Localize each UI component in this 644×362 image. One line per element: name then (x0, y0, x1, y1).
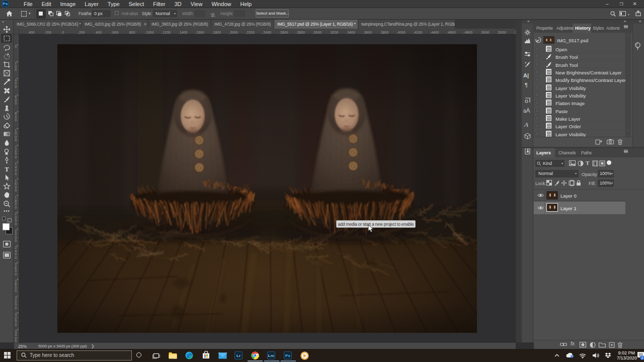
svg-text:3800: 3800 (381, 31, 389, 34)
svg-text:1600: 1600 (196, 31, 204, 34)
svg-text:0: 0 (15, 172, 17, 175)
svg-text:5000: 5000 (481, 31, 490, 34)
svg-text:400: 400 (29, 31, 35, 34)
svg-text:2200: 2200 (247, 31, 255, 34)
svg-text:0: 0 (15, 68, 17, 71)
svg-text:2600: 2600 (280, 31, 288, 34)
svg-text:0: 0 (15, 102, 17, 105)
svg-text:0: 0 (15, 206, 17, 209)
svg-text:0: 0 (15, 45, 17, 48)
svg-text:800: 800 (129, 31, 135, 34)
svg-text:0: 0 (15, 155, 17, 159)
svg-text:2000: 2000 (230, 31, 238, 34)
svg-text:4600: 4600 (448, 31, 456, 34)
svg-text:4000: 4000 (397, 31, 406, 34)
svg-text:1400: 1400 (180, 31, 188, 34)
svg-text:0: 0 (15, 239, 17, 242)
svg-text:3200: 3200 (331, 31, 339, 34)
svg-text:0: 0 (15, 138, 17, 142)
svg-text:4400: 4400 (431, 31, 439, 34)
svg-text:3000: 3000 (314, 31, 322, 34)
svg-text:3600: 3600 (364, 31, 372, 34)
svg-text:0: 0 (15, 85, 17, 88)
svg-text:0: 0 (62, 31, 64, 34)
svg-text:5200: 5200 (498, 31, 506, 34)
svg-text:200: 200 (45, 31, 51, 34)
svg-text:0: 0 (15, 189, 17, 192)
svg-text:0: 0 (15, 256, 17, 259)
svg-text:200: 200 (79, 31, 85, 34)
svg-text:4200: 4200 (415, 31, 423, 34)
svg-text:0: 0 (15, 323, 17, 326)
svg-text:4800: 4800 (465, 31, 473, 34)
svg-text:0: 0 (15, 273, 17, 276)
svg-text:3400: 3400 (347, 31, 355, 34)
svg-text:0: 0 (15, 306, 17, 310)
svg-text:2400: 2400 (264, 31, 272, 34)
svg-text:0: 0 (15, 222, 17, 226)
svg-text:0: 0 (15, 118, 17, 122)
svg-text:1200: 1200 (163, 31, 171, 34)
svg-text:2800: 2800 (297, 31, 305, 34)
svg-text:0: 0 (15, 289, 17, 293)
svg-text:600: 600 (113, 31, 119, 34)
svg-text:1800: 1800 (213, 31, 221, 34)
svg-text:1000: 1000 (146, 31, 154, 34)
svg-text:400: 400 (96, 31, 102, 34)
